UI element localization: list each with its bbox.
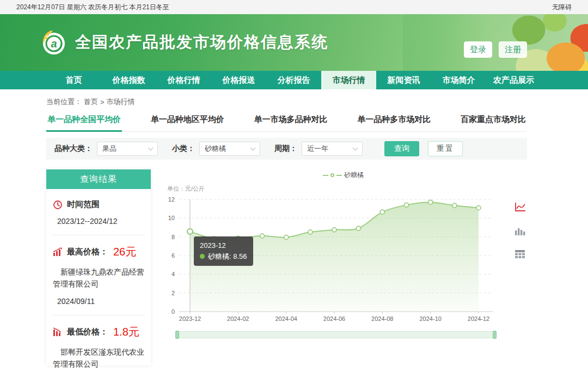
- category-select[interactable]: 果品: [97, 142, 158, 156]
- svg-text:2024-10: 2024-10: [420, 315, 442, 322]
- divider: [53, 235, 144, 235]
- time-range-row: 时间范围: [53, 199, 144, 210]
- site-title: 全国农产品批发市场价格信息系统: [75, 32, 328, 53]
- chart-type-toolbar: [514, 202, 526, 258]
- results-panel-title: 查询结果: [46, 169, 151, 189]
- top-utility-bar: 2024年12月07日 星期六 农历冬月初七 本月21日冬至 无障碍: [0, 0, 588, 14]
- legend-line-icon: [323, 175, 328, 176]
- slider-handle-right[interactable]: [493, 331, 497, 339]
- period-selected-value: 近一年: [307, 144, 328, 154]
- comparison-tabs: 单一品种全国平均价 单一品种地区平均价 单一市场多品种对比 单一品种多市场对比 …: [46, 113, 527, 132]
- price-up-icon: [53, 247, 63, 257]
- nav-item-price-quotes[interactable]: 价格行情: [156, 71, 211, 89]
- legend-line-icon: [336, 175, 342, 176]
- filter-bar: 品种大类： 果品 小类： 砂糖橘 周期： 近一年 查询 重置: [46, 138, 527, 160]
- legend-label: 砂糖橘: [344, 171, 364, 180]
- time-range-label: 时间范围: [67, 199, 100, 210]
- svg-text:2024-04: 2024-04: [275, 315, 297, 322]
- legend-item-shatangju[interactable]: 砂糖橘: [158, 171, 528, 180]
- svg-text:10: 10: [168, 215, 175, 221]
- max-price-label: 最高价格：: [67, 247, 108, 257]
- max-price-row: 最高价格： 26元: [53, 245, 144, 259]
- nav-item-home[interactable]: 首页: [46, 71, 101, 89]
- category-label: 品种大类：: [54, 144, 93, 154]
- subcategory-label: 小类：: [172, 144, 195, 154]
- accessibility-link[interactable]: 无障碍: [552, 3, 572, 12]
- tab-national-average[interactable]: 单一品种全国平均价: [46, 113, 122, 131]
- tab-top100-markets[interactable]: 百家重点市场对比: [460, 113, 527, 131]
- chart-panel: 砂糖橘 单位：元/公斤 0246810122023-122024-022024-…: [158, 169, 528, 366]
- nav-item-analysis-report[interactable]: 分析报告: [266, 71, 321, 89]
- max-price-value: 26元: [113, 245, 136, 259]
- line-chart-icon[interactable]: [514, 202, 526, 212]
- min-price-row: 最低价格： 1.8元: [53, 325, 144, 339]
- svg-text:2024-08: 2024-08: [371, 315, 393, 322]
- price-line-chart[interactable]: 0246810122023-122024-022024-042024-06202…: [163, 193, 511, 328]
- data-zoom-slider[interactable]: [177, 331, 495, 338]
- chevron-down-icon: [250, 145, 256, 151]
- tab-single-market-multi-variety[interactable]: 单一市场多品种对比: [253, 113, 329, 131]
- register-button[interactable]: 注册: [499, 41, 527, 58]
- nav-item-market-intro[interactable]: 市场简介: [431, 71, 486, 89]
- main-content: 查询结果 时间范围 2023/12--2024/12: [46, 169, 528, 366]
- nav-item-product-showcase[interactable]: 农产品展示: [486, 71, 541, 89]
- max-price-date: 2024/09/11: [53, 297, 144, 306]
- svg-text:4: 4: [171, 271, 175, 277]
- svg-text:6: 6: [171, 252, 175, 259]
- min-price-company: 邯郸开发区滏东现代农业管理有限公司: [53, 346, 144, 370]
- auth-buttons: 登录 注册: [464, 41, 527, 58]
- chevron-down-icon: [353, 145, 358, 151]
- login-button[interactable]: 登录: [464, 41, 492, 58]
- breadcrumb-current: 市场行情: [107, 97, 135, 107]
- chevron-down-icon: [148, 145, 154, 151]
- site-logo-icon: a: [39, 29, 66, 56]
- query-button[interactable]: 查询: [384, 141, 419, 156]
- svg-text:a: a: [51, 38, 57, 50]
- svg-text:8: 8: [171, 234, 175, 240]
- chart-area: 0246810122023-122024-022024-042024-06202…: [163, 193, 528, 328]
- main-nav: 首页 价格指数 价格行情 价格报送 分析报告 市场行情 新闻资讯 市场简介 农产…: [0, 71, 588, 89]
- tab-region-average[interactable]: 单一品种地区平均价: [150, 113, 225, 131]
- current-date-text: 2024年12月07日 星期六 农历冬月初七 本月21日冬至: [16, 3, 169, 12]
- tab-single-variety-multi-market[interactable]: 单一品种多市场对比: [356, 113, 432, 131]
- slider-handle-left[interactable]: [175, 331, 179, 339]
- breadcrumb-label: 当前位置：: [46, 97, 82, 107]
- legend-marker-icon: [330, 173, 334, 177]
- max-price-company: 新疆绿珠九鼎农产品经营管理有限公司: [53, 266, 144, 290]
- period-select[interactable]: 近一年: [302, 142, 363, 156]
- nav-item-news[interactable]: 新闻资讯: [376, 71, 431, 89]
- svg-text:2023-12: 2023-12: [179, 315, 201, 322]
- divider: [53, 315, 144, 315]
- svg-text:2024-02: 2024-02: [227, 315, 249, 322]
- bar-chart-icon[interactable]: [514, 227, 525, 235]
- subcategory-select[interactable]: 砂糖橘: [199, 142, 260, 156]
- min-price-value: 1.8元: [113, 325, 139, 339]
- svg-text:12: 12: [168, 196, 175, 203]
- nav-item-market-quotes[interactable]: 市场行情: [321, 71, 376, 89]
- svg-text:0: 0: [171, 308, 175, 315]
- svg-text:2: 2: [171, 290, 175, 296]
- query-results-panel: 查询结果 时间范围 2023/12--2024/12: [46, 169, 151, 366]
- category-selected-value: 果品: [102, 144, 117, 154]
- clock-icon: [53, 200, 63, 210]
- nav-item-price-index[interactable]: 价格指数: [101, 71, 156, 89]
- reset-button[interactable]: 重置: [428, 141, 463, 156]
- price-down-icon: [53, 327, 63, 337]
- period-label: 周期：: [274, 144, 297, 154]
- data-table-icon[interactable]: [514, 250, 525, 258]
- time-range-value: 2023/12--2024/12: [53, 217, 144, 226]
- breadcrumb: 当前位置： 首页 > 市场行情: [0, 89, 588, 107]
- min-price-label: 最低价格：: [67, 327, 108, 337]
- subcategory-selected-value: 砂糖橘: [205, 144, 226, 154]
- svg-text:2024-12: 2024-12: [468, 315, 489, 322]
- nav-item-price-report[interactable]: 价格报送: [211, 71, 266, 89]
- svg-text:2024-06: 2024-06: [323, 315, 345, 322]
- breadcrumb-separator: >: [100, 98, 105, 106]
- site-header: a 全国农产品批发市场价格信息系统 登录 注册: [0, 14, 588, 71]
- breadcrumb-home-link[interactable]: 首页: [84, 97, 98, 107]
- unit-label: 单位：元/公斤: [167, 185, 528, 193]
